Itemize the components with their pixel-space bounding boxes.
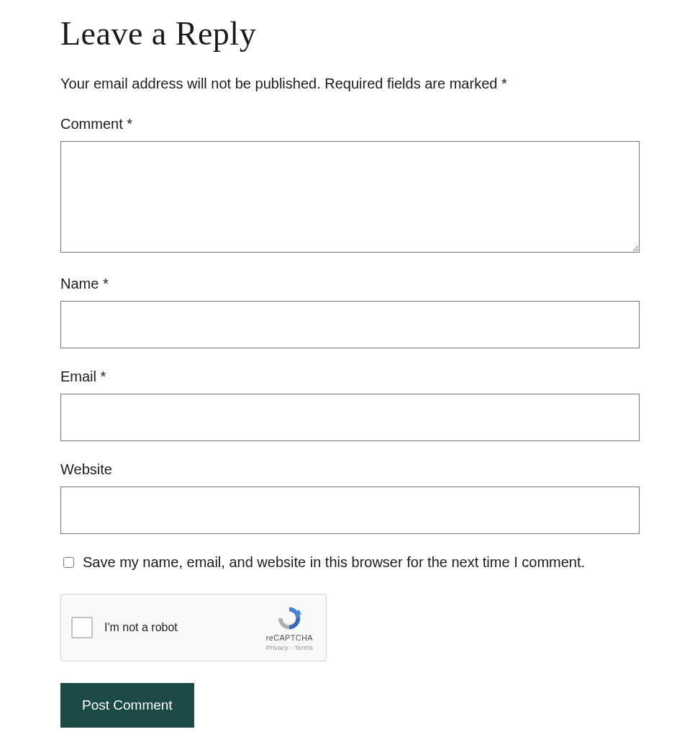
- recaptcha-legal: Privacy - Terms: [266, 643, 313, 651]
- website-label: Website: [60, 461, 640, 478]
- notice-email-privacy: Your email address will not be published…: [60, 76, 321, 91]
- recaptcha-widget: I'm not a robot reCAPTCHA Privacy - Term…: [60, 594, 327, 661]
- email-input[interactable]: [60, 394, 640, 441]
- recaptcha-terms-link[interactable]: Terms: [294, 643, 313, 651]
- recaptcha-separator: -: [288, 643, 294, 651]
- email-label: Email *: [60, 368, 640, 385]
- comment-field-group: Comment *: [60, 116, 640, 256]
- save-info-checkbox[interactable]: [63, 557, 74, 568]
- save-info-label: Save my name, email, and website in this…: [83, 554, 585, 571]
- recaptcha-privacy-link[interactable]: Privacy: [266, 643, 288, 651]
- form-heading: Leave a Reply: [60, 14, 640, 53]
- recaptcha-branding: reCAPTCHA Privacy - Terms: [266, 605, 316, 651]
- notice-required-fields: Required fields are marked *: [324, 76, 506, 91]
- recaptcha-label: I'm not a robot: [104, 621, 266, 634]
- save-info-row: Save my name, email, and website in this…: [60, 554, 640, 571]
- reply-form-container: Leave a Reply Your email address will no…: [0, 0, 700, 737]
- website-field-group: Website: [60, 461, 640, 534]
- recaptcha-checkbox[interactable]: [71, 617, 93, 638]
- form-notice: Your email address will not be published…: [60, 73, 640, 94]
- comment-textarea[interactable]: [60, 141, 640, 253]
- website-input[interactable]: [60, 487, 640, 534]
- comment-label: Comment *: [60, 116, 640, 132]
- name-label: Name *: [60, 276, 640, 292]
- name-field-group: Name *: [60, 276, 640, 348]
- recaptcha-icon: [276, 605, 303, 632]
- email-field-group: Email *: [60, 368, 640, 441]
- recaptcha-brand-text: reCAPTCHA: [266, 633, 313, 642]
- name-input[interactable]: [60, 301, 640, 348]
- post-comment-button[interactable]: Post Comment: [60, 683, 194, 728]
